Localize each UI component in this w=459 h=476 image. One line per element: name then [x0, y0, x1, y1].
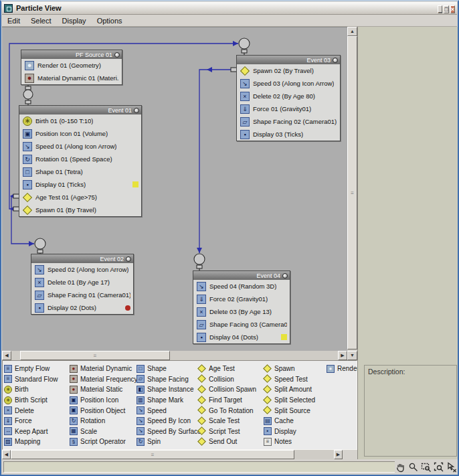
action-birth-01-0-150-t-10[interactable]: ∗Birth 01 (0-150 T:10) [19, 114, 141, 127]
depot-item-send-out[interactable]: Send Out [198, 437, 256, 447]
depot-horizontal-scrollbar[interactable]: ◀ ≡ ▶ [2, 450, 343, 459]
node-title-event-02[interactable]: Event 02 [31, 254, 133, 263]
enable-lamp-icon[interactable] [126, 256, 131, 262]
depot-item-shape-instance[interactable]: ◧Shape Instance [136, 384, 201, 395]
depot-scroll-right-button[interactable]: ▶ [334, 450, 343, 459]
zoom-tool[interactable] [407, 461, 420, 473]
node-title-event-04[interactable]: Event 04 [193, 271, 290, 280]
depot-item-split-selected[interactable]: Split Selected [264, 395, 315, 406]
pan-tool[interactable] [395, 461, 407, 473]
action-age-test-01-age-75[interactable]: Age Test 01 (Age>75) [19, 191, 141, 204]
depot-item-spawn[interactable]: Spawn [264, 364, 315, 374]
title-bar[interactable]: Particle View _□× [2, 2, 457, 15]
event-canvas[interactable]: PF Source 01●Render 01 (Geometry)●Materi… [2, 27, 347, 351]
depot-item-script-test[interactable]: Script Test [198, 426, 256, 437]
depot-item-cache[interactable]: ▤Cache [264, 416, 315, 426]
depot-item-material-dynamic[interactable]: ●Material Dynamic [70, 364, 138, 374]
action-display-01-ticks[interactable]: ▪Display 01 (Ticks) [19, 178, 141, 191]
depot-item-force[interactable]: ⇓Force [4, 416, 58, 426]
node-title-event-01[interactable]: Event 01 [19, 106, 141, 114]
menu-edit[interactable]: Edit [2, 16, 25, 25]
canvas-vertical-scrollbar[interactable]: ▲ ≡ ▼ [347, 27, 357, 360]
depot-item-collision[interactable]: Collision [198, 374, 256, 385]
depot-item-speed-by-surface[interactable]: ↘Speed By Surface [136, 426, 201, 437]
region-zoom-tool[interactable] [420, 461, 432, 473]
action-force-02-gravity01[interactable]: ⇓Force 02 (Gravity01) [193, 293, 290, 305]
menu-options[interactable]: Options [92, 16, 128, 25]
enable-lamp-icon[interactable] [282, 273, 288, 279]
enable-lamp-icon[interactable] [134, 108, 139, 113]
depot-item-empty-flow[interactable]: ≡Empty Flow [4, 364, 58, 374]
action-material-dynamic-01-materi[interactable]: ●Material Dynamic 01 (Materi... [21, 72, 122, 84]
display-color-swatch[interactable] [125, 305, 130, 311]
action-delete-03-by-age-13[interactable]: ×Delete 03 (By Age 13) [193, 305, 290, 318]
depot-item-render[interactable]: ●Render [327, 364, 359, 374]
depot-item-scale-test[interactable]: Scale Test [198, 416, 256, 426]
node-title-pf-source-01[interactable]: PF Source 01 [21, 50, 122, 59]
action-render-01-geometry[interactable]: ●Render 01 (Geometry) [21, 59, 122, 72]
depot-item-age-test[interactable]: Age Test [198, 364, 256, 374]
depot-item-material-static[interactable]: ●Material Static [70, 384, 138, 395]
action-shape-facing-01-camera01[interactable]: ▱Shape Facing 01 (Camera01) [31, 289, 133, 301]
node-event-03[interactable]: Event 03Spawn 02 (By Travel)↘Speed 03 (A… [236, 55, 341, 141]
action-display-04-dots[interactable]: ▪Display 04 (Dots) [193, 331, 290, 343]
scroll-right-button[interactable]: ▶ [338, 351, 347, 360]
depot-item-spin[interactable]: ↻Spin [136, 437, 201, 447]
action-rotation-01-speed-space[interactable]: ↻Rotation 01 (Speed Space) [19, 153, 141, 165]
zoom-extents-tool[interactable] [433, 461, 445, 473]
node-event-01[interactable]: Event 01∗Birth 01 (0-150 T:10)▣Position … [19, 105, 142, 217]
depot-item-standard-flow[interactable]: ≡Standard Flow [4, 374, 58, 385]
depot-item-position-object[interactable]: ▣Position Object [70, 405, 138, 416]
depot-item-keep-apart[interactable]: ↔Keep Apart [4, 426, 58, 437]
action-spawn-02-by-travel[interactable]: Spawn 02 (By Travel) [237, 64, 340, 77]
depot-item-position-icon[interactable]: ▣Position Icon [70, 395, 138, 406]
scroll-left-button[interactable]: ◀ [2, 351, 11, 360]
action-speed-01-along-icon-arrow[interactable]: ↘Speed 01 (Along Icon Arrow) [19, 140, 141, 153]
action-speed-03-along-icon-arrow[interactable]: ↘Speed 03 (Along Icon Arrow) [237, 77, 340, 90]
depot-item-speed[interactable]: ↘Speed [136, 405, 201, 416]
depot-item-find-target[interactable]: Find Target [198, 395, 256, 406]
depot-scroll-left-button[interactable]: ◀ [2, 450, 11, 459]
depot-item-go-to-rotation[interactable]: Go To Rotation [198, 405, 256, 416]
menu-display[interactable]: Display [57, 16, 92, 25]
scroll-up-button[interactable]: ▲ [347, 27, 357, 36]
action-position-icon-01-volume[interactable]: ▣Position Icon 01 (Volume) [19, 127, 141, 140]
action-force-01-gravity01[interactable]: ⇓Force 01 (Gravity01) [237, 102, 340, 115]
depot-item-scale[interactable]: ▦Scale [70, 426, 138, 437]
depot-item-speed-by-icon[interactable]: ↘Speed By Icon [136, 416, 201, 426]
depot-item-notes[interactable]: ≡Notes [264, 437, 315, 447]
depot-item-birth-script[interactable]: ∗Birth Script [4, 395, 58, 406]
depot-item-speed-test[interactable]: Speed Test [264, 374, 315, 385]
node-event-02[interactable]: Event 02↘Speed 02 (Along Icon Arrow)×Del… [31, 254, 134, 315]
depot-item-shape-mark[interactable]: ▥Shape Mark [136, 395, 201, 406]
no-zoom-tool[interactable] [446, 461, 458, 473]
node-event-04[interactable]: Event 04↘Speed 04 (Random 3D)⇓Force 02 (… [193, 270, 290, 344]
vertical-scroll-thumb[interactable]: ≡ [347, 36, 357, 349]
depot-item-birth[interactable]: ∗Birth [4, 384, 58, 395]
depot-item-delete[interactable]: ×Delete [4, 405, 58, 416]
canvas-horizontal-scrollbar[interactable]: ◀ ≡ ▶ [2, 351, 347, 360]
horizontal-scroll-thumb[interactable]: ≡ [20, 351, 170, 360]
depot-item-script-operator[interactable]: §Script Operator [70, 437, 138, 447]
enable-lamp-icon[interactable] [114, 52, 120, 58]
node-pf-source-01[interactable]: PF Source 01●Render 01 (Geometry)●Materi… [21, 50, 122, 85]
display-color-swatch[interactable] [132, 181, 139, 187]
action-delete-02-by-age-80[interactable]: ×Delete 02 (By Age 80) [237, 90, 340, 102]
depot-item-split-amount[interactable]: Split Amount [264, 384, 315, 395]
depot-scroll-thumb[interactable]: ≡ [11, 450, 294, 459]
enable-lamp-icon[interactable] [333, 58, 338, 63]
action-display-02-dots[interactable]: ▪Display 02 (Dots) [31, 301, 133, 314]
action-shape-01-tetra[interactable]: □Shape 01 (Tetra) [19, 165, 141, 178]
action-shape-facing-02-camera01[interactable]: ▱Shape Facing 02 (Camera01) [237, 115, 340, 128]
action-spawn-01-by-travel[interactable]: Spawn 01 (By Travel) [19, 204, 141, 216]
scroll-down-button[interactable]: ▼ [347, 351, 357, 360]
depot-item-rotation[interactable]: ↻Rotation [70, 416, 138, 426]
minimize-icon[interactable]: _ [438, 5, 442, 13]
action-speed-04-random-3d[interactable]: ↘Speed 04 (Random 3D) [193, 280, 290, 293]
action-shape-facing-03-camera01[interactable]: ▱Shape Facing 03 (Camera01) [193, 318, 290, 331]
action-delete-01-by-age-17[interactable]: ×Delete 01 (By Age 17) [31, 276, 133, 289]
action-display-03-ticks[interactable]: ▪Display 03 (Ticks) [237, 128, 340, 141]
display-color-swatch[interactable] [281, 334, 287, 340]
action-speed-02-along-icon-arrow[interactable]: ↘Speed 02 (Along Icon Arrow) [31, 263, 133, 276]
depot-item-mapping[interactable]: ▨Mapping [4, 437, 58, 447]
